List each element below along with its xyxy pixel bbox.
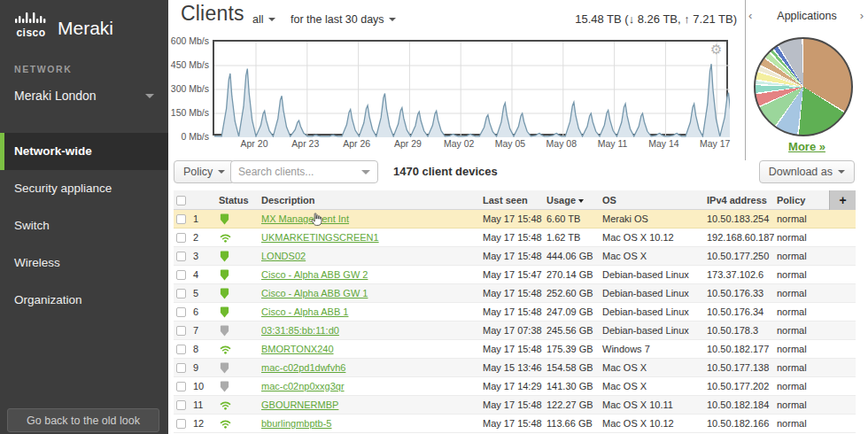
client-ipv4: 10.50.176.34 <box>703 306 774 317</box>
table-row[interactable]: 703:31:85:bb:11:d0May 17 07:38245.56 GBD… <box>174 322 856 340</box>
client-link[interactable]: Cisco - Alpha ABB GW 2 <box>261 269 368 280</box>
client-link[interactable]: BMORTONX240 <box>261 344 334 354</box>
cisco-wordmark: cisco <box>16 28 45 37</box>
row-number: 2 <box>190 232 213 243</box>
chevron-down-icon[interactable] <box>361 170 370 174</box>
client-link[interactable]: GBOURNERMBP <box>261 399 338 410</box>
table-row[interactable]: 6Cisco - Alpha ABB 1May 17 15:48247.09 G… <box>174 303 856 322</box>
client-ipv4: 173.37.102.6 <box>703 269 774 280</box>
client-usage: 154.58 GB <box>544 362 601 373</box>
row-checkbox[interactable] <box>176 382 186 391</box>
client-ipv4: 10.50.177.202 <box>703 381 774 391</box>
client-scope-value: all <box>252 13 264 26</box>
header-ipv4[interactable]: IPv4 address <box>703 195 774 205</box>
client-count: 1470 client devices <box>393 165 498 178</box>
client-policy: normal <box>774 213 829 224</box>
row-checkbox[interactable] <box>176 233 186 243</box>
row-number: 9 <box>190 362 213 373</box>
header-os[interactable]: OS <box>601 195 703 205</box>
chevron-down-icon <box>838 170 845 174</box>
wired-status-icon <box>213 251 237 262</box>
table-row[interactable]: 1MX Management IntMay 17 15:486.60 TBMer… <box>174 210 856 229</box>
sidebar-item-security-appliance[interactable]: Security appliance <box>0 170 168 207</box>
table-row[interactable]: 11 GBOURNERMBPMay 17 15:48122.27 GBMac O… <box>174 396 856 415</box>
back-to-old-look-button[interactable]: Go back to the old look <box>7 408 159 432</box>
client-scope-dropdown[interactable]: all <box>252 13 275 26</box>
table-row[interactable]: 10mac-c02np0xxg3qrMay 17 14:29141.30 GBM… <box>174 377 856 396</box>
client-policy: normal <box>774 381 829 391</box>
client-last-seen: May 17 15:47 <box>480 269 544 280</box>
client-ipv4: 10.50.182.166 <box>703 418 774 429</box>
header-last-seen[interactable]: Last seen <box>480 195 544 205</box>
wired-status-icon <box>213 269 237 281</box>
chevron-down-icon <box>218 170 225 174</box>
client-usage: 245.56 GB <box>544 325 601 336</box>
time-range-dropdown[interactable]: for the last 30 days <box>291 13 396 26</box>
header-status[interactable]: Status <box>213 195 237 205</box>
row-number: 11 <box>190 399 213 410</box>
table-row[interactable]: 4Cisco - Alpha ABB GW 2May 17 15:47270.1… <box>174 266 856 284</box>
row-number: 8 <box>190 344 213 354</box>
client-os: Mac OS X <box>601 362 703 373</box>
client-os: Debian-based Linux <box>601 288 703 298</box>
row-checkbox[interactable] <box>176 270 186 280</box>
client-link[interactable]: MX Management Int <box>261 213 349 224</box>
policy-filter-button[interactable]: Policy <box>174 160 235 183</box>
sidebar-item-wireless[interactable]: Wireless <box>0 244 168 282</box>
y-tick-label: 150 Mb/s <box>168 107 209 118</box>
select-all-checkbox[interactable] <box>176 196 186 205</box>
client-os: Mac OS X 10.12 <box>601 232 703 243</box>
client-policy: normal <box>774 344 829 354</box>
table-row[interactable]: 8 BMORTONX240May 17 15:48175.39 GBWindow… <box>174 340 856 359</box>
row-checkbox[interactable] <box>176 214 186 224</box>
search-clients-box <box>230 160 378 183</box>
applications-pie-chart[interactable] <box>754 37 853 136</box>
sidebar-item-organization[interactable]: Organization <box>0 282 168 319</box>
sidebar-item-network-wide[interactable]: Network-wide <box>0 133 168 170</box>
table-row[interactable]: 12 bburlingmbptb-5May 17 15:48113.66 GBM… <box>174 415 856 433</box>
row-checkbox[interactable] <box>176 252 186 261</box>
row-checkbox[interactable] <box>176 345 186 354</box>
network-selector[interactable]: Meraki London <box>0 81 168 110</box>
row-checkbox[interactable] <box>176 400 186 410</box>
row-checkbox[interactable] <box>176 326 186 336</box>
chevron-down-icon <box>389 18 396 21</box>
chart-settings-gear-icon[interactable]: ⚙ <box>710 42 722 58</box>
table-row[interactable]: 2 UKMARKETINGSCREEN1May 17 15:481.62 TBM… <box>174 229 856 247</box>
x-tick-label: May 17 <box>695 138 734 149</box>
client-link[interactable]: mac-c02np0xxg3qr <box>261 381 345 391</box>
header-description[interactable]: Description <box>237 195 480 205</box>
client-last-seen: May 17 15:48 <box>480 399 544 410</box>
client-os: Debian-based Linux <box>601 325 703 336</box>
header-usage[interactable]: Usage <box>544 195 601 205</box>
client-link[interactable]: UKMARKETINGSCREEN1 <box>261 232 379 243</box>
meraki-wordmark: Meraki <box>58 19 113 37</box>
client-os: Meraki OS <box>601 213 703 224</box>
client-description: mac-c02np0xxg3qr <box>237 381 480 391</box>
applications-more-link[interactable]: More » <box>746 140 868 153</box>
download-as-button[interactable]: Download as <box>759 160 855 183</box>
client-link[interactable]: bburlingmbptb-5 <box>261 418 332 429</box>
client-description: UKMARKETINGSCREEN1 <box>237 232 480 243</box>
header-policy[interactable]: Policy <box>774 195 829 205</box>
sidebar-item-switch[interactable]: Switch <box>0 207 168 244</box>
table-row[interactable]: 3LONDS02May 17 15:48444.06 GBMac OS X10.… <box>174 247 856 266</box>
client-link[interactable]: Cisco - Alpha ABB 1 <box>261 306 348 317</box>
row-checkbox[interactable] <box>176 307 186 317</box>
wired-status-icon <box>213 362 237 374</box>
client-description: Cisco - Alpha ABB GW 2 <box>237 269 480 280</box>
client-ipv4: 10.50.177.138 <box>703 362 774 373</box>
row-checkbox[interactable] <box>176 363 186 373</box>
row-checkbox[interactable] <box>176 419 186 429</box>
add-column-button[interactable]: + <box>829 190 856 210</box>
search-clients-input[interactable] <box>238 166 356 178</box>
table-row[interactable]: 9mac-c02pd1dwfvh6May 15 13:46154.58 GBMa… <box>174 359 856 377</box>
table-row[interactable]: 5Cisco - Alpha ABB GW 1May 17 15:48252.6… <box>174 284 856 303</box>
row-checkbox[interactable] <box>176 289 186 298</box>
client-link[interactable]: LONDS02 <box>261 251 306 261</box>
client-usage: 252.60 GB <box>544 288 601 298</box>
client-link[interactable]: mac-c02pd1dwfvh6 <box>261 362 345 373</box>
applications-next-arrow[interactable]: › <box>860 9 864 22</box>
client-link[interactable]: Cisco - Alpha ABB GW 1 <box>261 288 368 298</box>
client-link[interactable]: 03:31:85:bb:11:d0 <box>261 325 339 336</box>
